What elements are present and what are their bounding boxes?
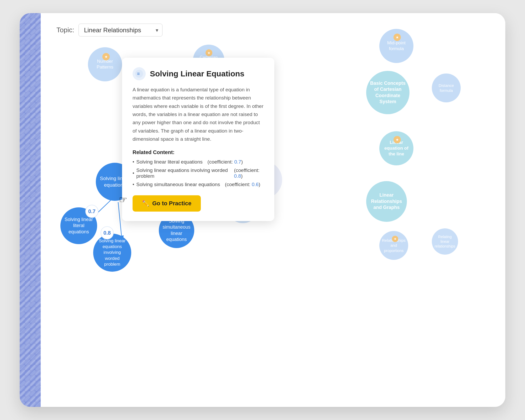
popup-topic-icon: ≡ [133, 67, 146, 80]
node-icon-linear-eq-line: ★ [393, 136, 401, 143]
stripe-overlay [20, 13, 41, 407]
topic-label: Topic: [56, 26, 74, 34]
bubble-relating-linear: Relating linear relationships [432, 228, 458, 255]
topic-select-wrapper[interactable]: Linear RelationshipsQuadratic EquationsT… [78, 24, 162, 36]
node-solving-worded[interactable]: Solving linear equations involving worde… [93, 234, 131, 272]
edge-label-08: 0.8 [101, 226, 114, 239]
node-icon-midpoint: ★ [393, 34, 401, 41]
node-icon-proportions: ★ [392, 236, 398, 242]
related-item-1: Solving linear literal equations (coeffi… [133, 159, 264, 165]
main-content-area: Topic: Linear RelationshipsQuadratic Equ… [41, 13, 505, 407]
node-icon-number-patterns: ★ [102, 53, 110, 60]
related-item-2: Solving linear equations involving worde… [133, 167, 264, 179]
bubble-basic-cartesian: Basic Concepts of Cartesian Coordinate S… [366, 71, 410, 114]
goto-practice-label: Go to Practice [152, 200, 191, 207]
popup-title: Solving Linear Equations [150, 69, 244, 78]
coeff-value-3: 0.6 [252, 182, 259, 187]
bubble-linear-relationships-graphs: Linear Relationships and Graphs [366, 181, 407, 222]
popup-header: ≡ Solving Linear Equations [133, 67, 264, 80]
related-content-label: Related Content: [133, 149, 264, 155]
related-item-3: Solving simultaneous linear equations (c… [133, 182, 264, 187]
left-stripe-decoration [20, 13, 41, 407]
bubble-distance-formula: Distance formula [432, 74, 461, 102]
node-icon-cartesian-plane: ★ [206, 49, 212, 56]
equation-icon: ≡ [135, 70, 143, 78]
topic-bar: Topic: Linear RelationshipsQuadratic Equ… [56, 24, 162, 36]
app-container: Topic: Linear RelationshipsQuadratic Equ… [20, 13, 505, 407]
goto-practice-button[interactable]: ✏️ Go to Practice [133, 195, 201, 212]
bubble-number-patterns: Number Patterns [88, 47, 122, 81]
topic-select[interactable]: Linear RelationshipsQuadratic EquationsT… [78, 24, 162, 36]
related-content-list: Solving linear literal equations (coeffi… [133, 159, 264, 187]
svg-text:≡: ≡ [137, 71, 140, 76]
coeff-value-1: 0.7 [234, 159, 241, 165]
coeff-value-2: 0.8 [234, 173, 241, 179]
pencil-icon: ✏️ [142, 200, 149, 207]
popup-description: A linear equation is a fundamental type … [133, 86, 264, 143]
popup-card: ≡ Solving Linear Equations A linear equa… [122, 58, 274, 221]
edge-label-07: 0.7 [85, 205, 98, 218]
bubble-relationships-proportions: Relationships and proportions [379, 231, 408, 260]
